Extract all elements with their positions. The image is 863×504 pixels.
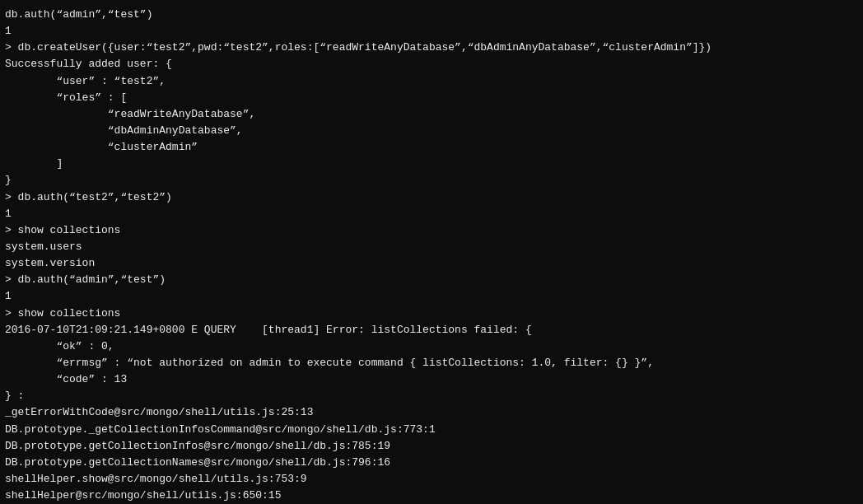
terminal-line-line21: “ok” : 0, xyxy=(5,338,858,355)
terminal-line-line6: “roles” : [ xyxy=(5,90,858,106)
terminal-line-line2: 1 xyxy=(5,23,858,40)
terminal-line-line7: “readWriteAnyDatabase”, xyxy=(5,106,858,123)
terminal-output: db.auth(“admin”,“test”)1> db.createUser(… xyxy=(5,7,858,504)
terminal-line-line14: > show collections xyxy=(5,222,858,239)
terminal-line-line25: _getErrorWithCode@src/mongo/shell/utils.… xyxy=(5,404,858,421)
terminal-line-line15: system.users xyxy=(5,239,858,255)
terminal-line-line24: } : xyxy=(5,388,858,404)
terminal-line-line29: shellHelper.show@src/mongo/shell/utils.j… xyxy=(5,471,858,488)
terminal-line-line13: 1 xyxy=(5,206,858,222)
terminal-line-line18: 1 xyxy=(5,288,858,305)
terminal-line-line28: DB.prototype.getCollectionNames@src/mong… xyxy=(5,455,858,471)
terminal-line-line8: “dbAdminAnyDatabase”, xyxy=(5,123,858,139)
terminal-line-line1: db.auth(“admin”,“test”) xyxy=(5,7,858,23)
terminal-line-line30: shellHelper@src/mongo/shell/utils.js:650… xyxy=(5,488,858,504)
terminal-line-line27: DB.prototype.getCollectionInfos@src/mong… xyxy=(5,438,858,455)
terminal-line-line3: > db.createUser({user:“test2”,pwd:“test2… xyxy=(5,40,858,56)
terminal-line-line23: “code” : 13 xyxy=(5,371,858,388)
terminal[interactable]: db.auth(“admin”,“test”)1> db.createUser(… xyxy=(0,0,863,504)
terminal-line-line4: Successfully added user: { xyxy=(5,56,858,72)
terminal-line-line9: “clusterAdmin” xyxy=(5,139,858,156)
terminal-line-line20: 2016-07-10T21:09:21.149+0800 E QUERY [th… xyxy=(5,322,858,338)
terminal-line-line22: “errmsg” : “not authorized on admin to e… xyxy=(5,355,858,371)
terminal-line-line11: } xyxy=(5,172,858,189)
terminal-line-line5: “user” : “test2”, xyxy=(5,73,858,90)
terminal-line-line10: ] xyxy=(5,156,858,172)
terminal-line-line19: > show collections xyxy=(5,306,858,322)
terminal-line-line12: > db.auth(“test2”,“test2”) xyxy=(5,189,858,206)
terminal-line-line17: > db.auth(“admin”,“test”) xyxy=(5,272,858,288)
terminal-line-line16: system.version xyxy=(5,255,858,272)
terminal-line-line26: DB.prototype._getCollectionInfosCommand@… xyxy=(5,422,858,438)
